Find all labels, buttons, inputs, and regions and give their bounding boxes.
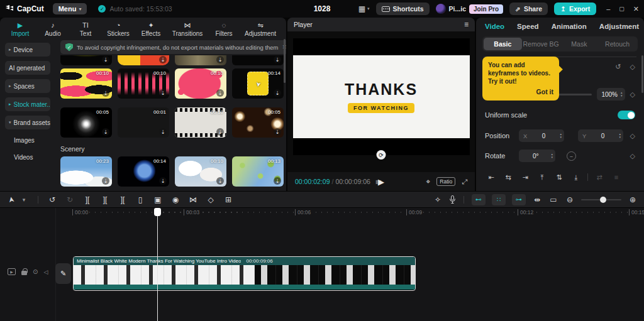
keyframe-icon[interactable]: ◇ bbox=[630, 63, 635, 71]
delete-left-tool[interactable]: ][ bbox=[100, 195, 110, 204]
timeline-zoom-slider[interactable] bbox=[581, 199, 621, 200]
timeline-ruler[interactable]: 00:00 00:03 00:06 00:09 00:12 00:15 bbox=[0, 208, 644, 217]
video-thumbnail[interactable]: 00:01 ⇣ bbox=[118, 107, 169, 138]
download-icon[interactable]: ⇣ bbox=[102, 128, 109, 136]
download-icon[interactable]: ⇣ bbox=[102, 177, 109, 185]
tab-video[interactable]: Video bbox=[485, 23, 504, 30]
zoom-in-icon[interactable]: ⊕ bbox=[628, 195, 638, 204]
split-tool[interactable]: ][ bbox=[82, 195, 92, 204]
magnet-toggle[interactable]: ⊷ bbox=[472, 194, 486, 205]
align-center-h-icon[interactable]: ⇆ bbox=[501, 171, 516, 183]
uniform-scale-toggle[interactable] bbox=[618, 111, 635, 119]
tab-speed[interactable]: Speed bbox=[517, 23, 539, 30]
smart-tools-icon[interactable]: ✧ bbox=[433, 195, 443, 204]
sidebar-item-spaces[interactable]: ▸ Spaces bbox=[5, 79, 50, 93]
sidebar-item-ai-generated[interactable]: AI generated bbox=[5, 61, 50, 75]
position-x-input[interactable]: X 0 ▴▾ bbox=[519, 129, 564, 142]
redo-button[interactable]: ↻ bbox=[65, 195, 75, 204]
subtab-basic[interactable]: Basic bbox=[484, 38, 522, 50]
duplicate-tool[interactable]: ▣ bbox=[153, 195, 163, 204]
freeze-frame-tool[interactable]: ◉ bbox=[170, 195, 180, 204]
tab-import[interactable]: ▶ Import bbox=[6, 19, 34, 38]
download-icon[interactable]: ⇣ bbox=[216, 89, 224, 97]
tab-transitions[interactable]: ⋈ Transitions bbox=[170, 19, 205, 38]
download-icon[interactable]: ⇣ bbox=[159, 89, 167, 97]
tab-effects[interactable]: ✦ Effects bbox=[137, 19, 165, 38]
sidebar-item-brand-assets[interactable]: ▾ Brand assets bbox=[5, 116, 50, 129]
tab-audio[interactable]: ♪ Audio bbox=[39, 19, 67, 38]
video-frame[interactable]: THANKS FOR WATCHING ⟳ bbox=[293, 38, 470, 155]
download-icon[interactable]: ⇣ bbox=[274, 56, 281, 63]
video-thumbnail[interactable]: 00:14 ⇣ bbox=[118, 156, 169, 187]
media-scrollbar[interactable] bbox=[284, 39, 286, 83]
lock-icon[interactable] bbox=[21, 271, 27, 275]
shortcuts-button[interactable]: Shortcuts bbox=[376, 3, 430, 15]
video-thumbnail[interactable]: 00:10 ⇣ bbox=[175, 107, 226, 138]
align-right-icon[interactable]: ⇥ bbox=[518, 171, 533, 183]
rotate-handle[interactable]: ⟳ bbox=[377, 150, 386, 160]
video-thumbnail[interactable]: 00:10 ⇣ bbox=[175, 156, 226, 187]
video-thumbnail[interactable]: ⇣ bbox=[60, 55, 112, 65]
main-track-icon[interactable]: ▶ bbox=[8, 268, 16, 275]
rotate-tool[interactable]: ◇ bbox=[206, 195, 216, 204]
tab-stickers[interactable]: ◔ Stickers bbox=[104, 19, 132, 38]
select-tool[interactable]: ➤ bbox=[6, 193, 17, 205]
stepper-down-icon[interactable]: ▾ bbox=[551, 156, 553, 159]
video-thumbnail[interactable]: 00:05 ⇣ bbox=[60, 107, 112, 138]
share-button[interactable]: ⇗ Share bbox=[509, 3, 548, 15]
zoom-out-icon[interactable]: ⊖ bbox=[565, 195, 575, 204]
stepper-down-icon[interactable]: ▾ bbox=[619, 136, 621, 139]
delete-tool[interactable]: ▯ bbox=[135, 195, 145, 204]
align-center-v-icon[interactable]: ⇅ bbox=[552, 171, 567, 183]
video-thumbnail[interactable]: ➤ 00:14 ⇣ bbox=[232, 68, 284, 99]
delete-right-tool[interactable]: ][ bbox=[118, 195, 128, 204]
playhead-handle[interactable] bbox=[154, 208, 161, 216]
playhead[interactable] bbox=[157, 208, 158, 321]
keyframe-icon[interactable]: ◇ bbox=[630, 132, 635, 140]
download-icon[interactable]: ⇣ bbox=[159, 128, 167, 136]
video-thumbnail[interactable]: 00:23 ⇣ bbox=[60, 156, 112, 187]
download-icon[interactable]: ⇣ bbox=[159, 177, 167, 185]
subtab-retouch[interactable]: Retouch bbox=[598, 38, 636, 50]
stepper-down-icon[interactable]: ▾ bbox=[621, 94, 623, 97]
edit-cover-button[interactable]: ✎ bbox=[55, 263, 71, 284]
got-it-button[interactable]: Got it bbox=[488, 88, 553, 97]
maximize-button[interactable]: ▢ bbox=[619, 6, 625, 12]
eye-icon[interactable]: ⊙ bbox=[33, 268, 38, 275]
layout-selector[interactable]: ▦ ▾ bbox=[358, 4, 370, 13]
video-thumbnail[interactable]: ⇣ bbox=[118, 55, 169, 65]
video-thumbnail[interactable]: ⇣ bbox=[232, 55, 284, 65]
video-thumbnail[interactable]: 00:10 ⇣ bbox=[118, 68, 169, 99]
keyframe-icon[interactable]: ◇ bbox=[630, 90, 635, 99]
video-thumbnail[interactable]: 00:13 ⇣ bbox=[232, 156, 284, 187]
video-thumbnail[interactable]: 00:10 ⇣ bbox=[60, 68, 112, 99]
video-thumbnail[interactable]: ⇣ bbox=[175, 55, 226, 65]
sidebar-item-device[interactable]: ▸ Device bbox=[5, 43, 50, 57]
stepper-down-icon[interactable]: ▾ bbox=[560, 136, 562, 139]
timeline[interactable]: 00:00 00:03 00:06 00:09 00:12 00:15 ▶ ⊙ … bbox=[0, 208, 644, 321]
download-icon[interactable]: ⇣ bbox=[274, 89, 281, 97]
position-y-input[interactable]: Y 0 ▴▾ bbox=[578, 129, 623, 142]
reset-icon[interactable]: ↺ bbox=[615, 63, 621, 71]
download-icon[interactable]: ⇣ bbox=[102, 89, 109, 97]
slider-knob[interactable] bbox=[600, 197, 606, 203]
keyframe-icon[interactable]: ◇ bbox=[630, 152, 635, 160]
tab-text[interactable]: TI Text bbox=[72, 19, 99, 38]
rotate-dial[interactable]: – bbox=[567, 151, 576, 161]
play-button[interactable]: ▶ bbox=[378, 177, 384, 187]
download-icon[interactable]: ⇣ bbox=[216, 128, 224, 136]
sidebar-item-videos[interactable]: Videos bbox=[5, 151, 50, 163]
scale-value-box[interactable]: 100% ▴▾ bbox=[597, 88, 625, 101]
tab-animation[interactable]: Animation bbox=[552, 23, 587, 30]
timeline-clip[interactable]: Minimalist Black White Modern Thanks For… bbox=[73, 256, 416, 291]
link-toggle[interactable]: ⊶ bbox=[512, 194, 526, 205]
ratio-button[interactable]: Ratio bbox=[436, 177, 455, 186]
sidebar-item-stock-materials[interactable]: ▸ Stock mater... bbox=[5, 97, 50, 111]
player-menu-icon[interactable]: ≡ bbox=[464, 20, 469, 29]
subtab-remove-bg[interactable]: Remove BG bbox=[522, 38, 560, 50]
focus-icon[interactable]: ⌖ bbox=[426, 177, 431, 186]
minimize-button[interactable]: – bbox=[606, 5, 610, 13]
align-left-icon[interactable]: ⇤ bbox=[484, 171, 499, 183]
download-icon[interactable]: ⇣ bbox=[159, 56, 167, 63]
download-icon[interactable]: ⇣ bbox=[274, 177, 281, 185]
